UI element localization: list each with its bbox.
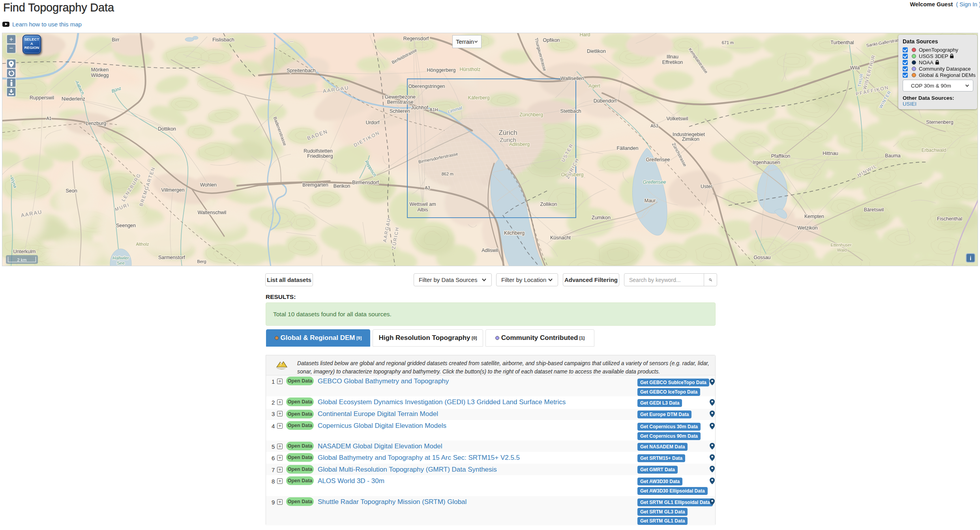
svg-text:Wetzikon: Wetzikon <box>797 225 817 231</box>
svg-text:Spreitenbach: Spreitenbach <box>287 68 316 73</box>
svg-text:Effretikon: Effretikon <box>662 60 683 65</box>
svg-text:Stettbach: Stettbach <box>560 108 581 114</box>
svg-text:Wila: Wila <box>850 65 860 71</box>
svg-text:Hönggerberg: Hönggerberg <box>427 67 456 73</box>
svg-text:Maur: Maur <box>645 198 656 203</box>
svg-text:Oberengstringen: Oberengstringen <box>408 84 445 89</box>
svg-text:Volketswil: Volketswil <box>667 116 688 121</box>
svg-text:671 m: 671 m <box>722 40 734 45</box>
svg-text:...: ... <box>290 38 293 43</box>
svg-text:Seon: Seon <box>66 188 77 194</box>
svg-text:Berg: Berg <box>197 259 206 264</box>
svg-text:Urdorf: Urdorf <box>366 120 380 125</box>
svg-text:Bremgarten: Bremgarten <box>302 182 328 188</box>
svg-text:Altholz: Altholz <box>136 242 149 246</box>
svg-text:A1: A1 <box>46 116 51 121</box>
svg-text:Rupperswil: Rupperswil <box>30 95 54 101</box>
svg-text:Schlieren: Schlieren <box>390 108 410 114</box>
svg-text:Dietlikon: Dietlikon <box>587 49 606 54</box>
svg-text:Zürichberg: Zürichberg <box>519 112 543 118</box>
svg-text:Kempten: Kempten <box>804 214 824 219</box>
svg-text:Pfaffikon: Pfaffikon <box>771 153 790 159</box>
svg-text:Turbenthal: Turbenthal <box>830 40 854 45</box>
svg-text:Möriken: Möriken <box>91 67 109 73</box>
svg-text:Fislisbach: Fislisbach <box>212 37 234 43</box>
svg-text:Albis: Albis <box>417 207 428 213</box>
svg-text:Gewerbezone: Gewerbezone <box>385 94 416 100</box>
svg-text:Bäretswil: Bäretswil <box>864 207 884 213</box>
svg-text:Kilchberg: Kilchberg <box>504 230 525 236</box>
svg-text:Greifensee: Greifensee <box>643 179 666 185</box>
svg-text:Rudolfstetten: Rudolfstetten <box>304 148 333 154</box>
svg-text:Unterkulm: Unterkulm <box>13 249 36 254</box>
svg-text:See: See <box>117 261 125 265</box>
svg-text:A53: A53 <box>650 123 658 128</box>
svg-text:Zürich: Zürich <box>498 129 517 136</box>
svg-text:Birr: Birr <box>112 37 119 43</box>
svg-text:Zollikon: Zollikon <box>540 202 557 207</box>
svg-text:Greifensee: Greifensee <box>646 157 670 162</box>
svg-text:Bauma: Bauma <box>885 153 901 159</box>
svg-text:Dübendorf: Dübendorf <box>594 98 617 104</box>
svg-text:Regensdorf: Regensdorf <box>403 36 429 41</box>
svg-text:Seengen: Seengen <box>116 223 136 228</box>
svg-text:A3: A3 <box>425 185 430 190</box>
svg-text:Villmergen: Villmergen <box>161 187 185 193</box>
svg-text:Lenzburg: Lenzburg <box>86 121 106 126</box>
svg-text:Fischenthal: Fischenthal <box>937 216 962 222</box>
svg-text:Gossau: Gossau <box>753 255 770 260</box>
svg-text:Wildegg: Wildegg <box>91 73 109 78</box>
svg-text:Zimikon: Zimikon <box>682 136 699 142</box>
svg-text:A1H: A1H <box>429 107 438 112</box>
svg-text:Sternenberg: Sternenberg <box>926 119 954 125</box>
svg-text:Wettswil am: Wettswil am <box>409 202 436 207</box>
svg-text:Hallwiler: Hallwiler <box>112 256 129 260</box>
svg-text:862 m: 862 m <box>442 172 454 176</box>
svg-text:Illnau: Illnau <box>667 54 678 60</box>
svg-text:Uster: Uster <box>701 184 712 189</box>
svg-text:Waltenschwil: Waltenschwil <box>198 210 226 215</box>
svg-text:Fällanden: Fällanden <box>617 146 639 151</box>
svg-text:Wald: Wald <box>837 248 847 252</box>
svg-text:Niederlenz: Niederlenz <box>62 96 85 102</box>
svg-text:Birmensdorf: Birmensdorf <box>352 180 379 185</box>
svg-text:Sarmenstorf: Sarmenstorf <box>158 255 186 260</box>
svg-text:Zumikon: Zumikon <box>592 215 611 220</box>
svg-text:Friedlisberg: Friedlisberg <box>307 153 333 159</box>
svg-text:Käferberg: Käferberg <box>468 95 490 101</box>
svg-text:Zurich: Zurich <box>500 136 516 143</box>
svg-text:Küsnacht: Küsnacht <box>550 235 571 241</box>
svg-text:Adliswil: Adliswil <box>482 248 498 253</box>
svg-text:Dottikon: Dottikon <box>158 126 176 132</box>
svg-text:Bernstrasse: Bernstrasse <box>387 99 414 105</box>
svg-text:Ettenhuser: Ettenhuser <box>830 243 852 247</box>
svg-text:Berikon: Berikon <box>334 183 350 189</box>
svg-text:Hürstholz: Hürstholz <box>460 67 481 72</box>
svg-text:Juchhof: Juchhof <box>411 105 428 110</box>
svg-text:Erbachwald: Erbachwald <box>922 147 946 153</box>
svg-text:Hard: Hard <box>579 33 590 37</box>
svg-text:Wohlen: Wohlen <box>200 182 217 188</box>
svg-text:Hittnau: Hittnau <box>823 151 838 156</box>
svg-text:Wallisellen: Wallisellen <box>560 76 584 81</box>
svg-text:Agert: Agert <box>588 83 600 89</box>
svg-text:Irgenhausen: Irgenhausen <box>753 160 780 165</box>
svg-text:Opfikon: Opfikon <box>543 37 560 43</box>
